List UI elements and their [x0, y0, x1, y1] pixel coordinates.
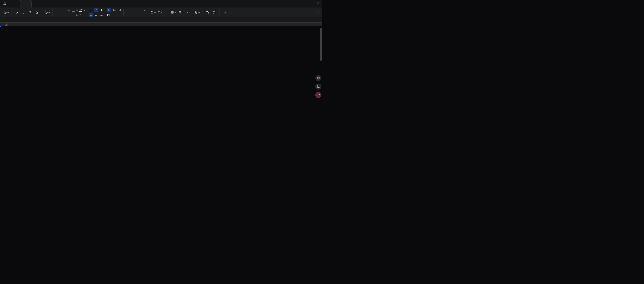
chevron-down-icon	[68, 10, 70, 11]
collapse-toolbar-button[interactable]	[316, 11, 320, 14]
halign-right-button[interactable]	[99, 13, 104, 17]
templates-fab-button[interactable]	[315, 84, 322, 90]
find-replace-button[interactable]	[204, 10, 211, 15]
sheet-switcher-icon[interactable]	[3, 2, 6, 6]
decimal-decrease-button[interactable]	[141, 13, 145, 17]
clip-icon	[113, 9, 116, 12]
gift-fab-button[interactable]	[315, 75, 322, 81]
valign-top-button[interactable]	[89, 8, 93, 12]
dropdown-list-button[interactable]	[177, 10, 184, 15]
spreadsheet-app	[0, 0, 322, 142]
valign-middle-button[interactable]	[94, 8, 98, 12]
translate-fab-button[interactable]	[315, 92, 322, 98]
chevron-down-icon	[168, 12, 169, 13]
percent-button[interactable]	[130, 13, 134, 17]
tab-sheet1[interactable]	[10, 0, 20, 8]
tab-sheet1-copy[interactable]	[20, 0, 32, 8]
insert-button[interactable]	[44, 10, 50, 15]
chevron-down-icon[interactable]	[76, 10, 78, 11]
fill-color-swatch	[79, 11, 82, 12]
bold-button[interactable]	[54, 13, 58, 17]
sort-button[interactable]	[163, 10, 170, 15]
number-format-group	[125, 8, 146, 17]
filter-button[interactable]	[156, 10, 163, 15]
chevron-down-icon	[7, 12, 8, 13]
merge-cells-button[interactable]	[107, 13, 122, 17]
align-right-icon	[100, 13, 103, 16]
fill-color-button[interactable]	[79, 8, 83, 12]
expand-arrows-icon	[316, 2, 320, 5]
alignment-group	[89, 8, 104, 17]
column-headers	[0, 23, 322, 26]
text-rotate-button[interactable]	[118, 8, 122, 12]
chevron-down-icon[interactable]	[84, 10, 85, 11]
chevron-up-icon	[317, 12, 319, 13]
menu-button[interactable]	[2, 10, 10, 15]
halign-left-button[interactable]	[89, 13, 93, 17]
main-toolbar	[0, 8, 322, 18]
halign-center-button[interactable]	[94, 13, 98, 17]
align-center-icon	[95, 13, 98, 16]
bitable-button[interactable]	[194, 10, 200, 15]
formula-row	[0, 18, 322, 23]
scrollbar-thumb[interactable]	[320, 28, 322, 61]
format-painter-button[interactable]	[26, 10, 33, 15]
gift-icon	[317, 77, 320, 80]
valign-bottom-button[interactable]	[99, 8, 104, 12]
borders-button[interactable]	[75, 13, 79, 17]
font-color-swatch	[72, 11, 74, 12]
select-all-corner[interactable]	[0, 23, 8, 26]
number-format-select[interactable]	[125, 10, 146, 11]
redo-button[interactable]	[20, 10, 26, 15]
font-color-button[interactable]	[71, 8, 75, 12]
fullscreen-icon[interactable]	[316, 2, 320, 5]
decimal-increase-button[interactable]	[136, 13, 140, 17]
formula-button[interactable]	[184, 10, 190, 15]
align-middle-icon	[95, 9, 98, 12]
borders-icon	[76, 13, 79, 16]
text-clip-button[interactable]	[112, 8, 116, 12]
underline-button[interactable]	[70, 13, 74, 17]
overflow-icon	[108, 9, 110, 12]
comment-icon	[213, 11, 216, 14]
align-left-icon	[90, 13, 92, 16]
dropdown-list-icon	[178, 11, 182, 14]
chevron-down-icon	[198, 12, 200, 13]
chevron-down-icon	[174, 12, 176, 13]
formula-bar[interactable]	[12, 18, 322, 23]
chevron-down-icon	[144, 10, 146, 11]
font-group	[54, 8, 85, 17]
blocks-sparkle-icon	[317, 85, 320, 88]
text-overflow-button[interactable]	[107, 8, 111, 12]
toolbar-divider	[52, 9, 52, 16]
align-top-icon	[90, 9, 92, 12]
chevron-down-icon[interactable]	[80, 14, 82, 15]
translate-icon	[317, 93, 320, 97]
font-size-select[interactable]	[54, 8, 70, 12]
italic-button[interactable]	[65, 13, 69, 17]
format-painter-icon	[28, 11, 32, 14]
rotate-icon	[118, 9, 121, 12]
conditional-format-button[interactable]	[170, 10, 177, 15]
vertical-scrollbar[interactable]	[320, 27, 322, 141]
filter-funnel-icon	[158, 11, 160, 14]
freeze-button[interactable]	[150, 10, 156, 15]
toolbar-divider	[87, 9, 87, 16]
comment-button[interactable]	[211, 10, 218, 15]
strikethrough-button[interactable]	[60, 13, 64, 17]
sparkle-icon	[224, 12, 226, 13]
undo-icon	[15, 11, 18, 14]
selection-box	[0, 26, 1, 27]
insert-plus-icon	[44, 11, 48, 14]
currency-button[interactable]	[125, 13, 129, 17]
sheet-tab-bar	[0, 0, 322, 8]
chevron-down-icon	[154, 12, 156, 13]
clear-format-button[interactable]	[33, 10, 40, 15]
tabbar-divider	[9, 2, 9, 6]
find-replace-icon	[206, 11, 209, 14]
align-bottom-icon	[100, 9, 103, 12]
sort-az-icon	[164, 11, 167, 14]
toolbar-divider	[202, 9, 202, 16]
undo-button[interactable]	[13, 10, 20, 15]
ai-formula-button[interactable]	[221, 10, 228, 15]
